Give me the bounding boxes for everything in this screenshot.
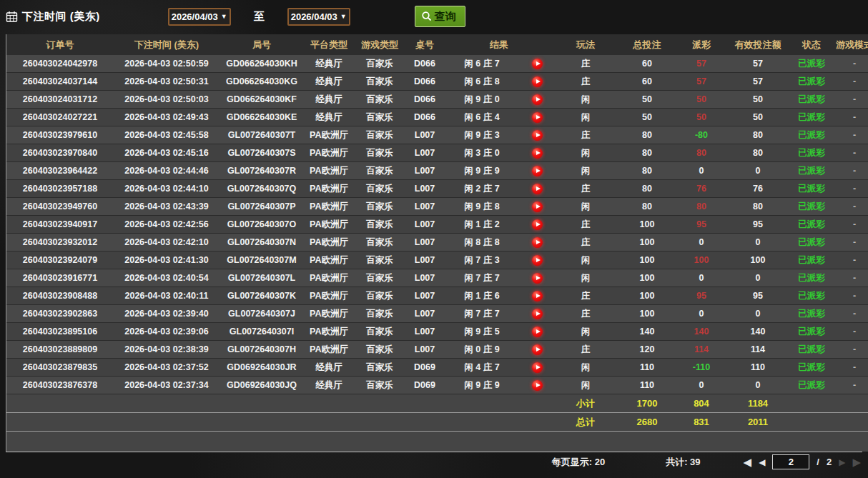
total-bet: 50	[617, 109, 677, 126]
date-to-select[interactable]: 2026/04/03 ▼	[287, 8, 350, 26]
date-from-select[interactable]: 2026/04/03 ▼	[168, 8, 231, 26]
subtotal-label: 小计	[554, 394, 617, 413]
table-row: 2604030239708402026-04-03 02:45:16GL0072…	[6, 144, 868, 162]
game-type: 百家乐	[354, 198, 405, 216]
platform-type: PA欧洲厅	[304, 287, 354, 305]
valid-bet: 50	[726, 109, 790, 126]
video-cell	[520, 377, 554, 394]
round-number: GL0072640307I	[220, 323, 304, 341]
result: 闲 7 庄 3	[444, 252, 520, 269]
valid-bet: 114	[726, 341, 790, 359]
play-circle-icon[interactable]	[532, 201, 543, 212]
table-row: 2604030238798352026-04-03 02:37:52GD0692…	[6, 359, 868, 377]
table-number: L007	[405, 323, 444, 341]
result: 闲 9 庄 8	[444, 198, 520, 216]
prev-page-button[interactable]: ◀	[759, 458, 765, 467]
round-number: GL0072640307H	[220, 341, 304, 359]
play-circle-icon[interactable]	[532, 130, 543, 141]
play-circle-icon[interactable]	[532, 309, 543, 319]
bet-time: 2026-04-03 02:44:46	[114, 162, 220, 180]
play-type: 庄	[554, 73, 617, 91]
last-page-button[interactable]: ▶	[852, 457, 861, 467]
play-circle-icon[interactable]	[532, 237, 543, 248]
filter-bar: 下注时间 (美东) 2026/04/03 ▼ 至 2026/04/03 ▼ 查询	[0, 0, 868, 33]
page-number-input[interactable]	[772, 454, 809, 469]
result: 闲 6 庄 8	[444, 73, 520, 91]
round-number: GL0072640307P	[220, 198, 304, 216]
play-circle-icon[interactable]	[532, 166, 543, 176]
video-cell	[520, 162, 554, 180]
play-circle-icon[interactable]	[532, 112, 543, 123]
payout: 76	[677, 180, 726, 198]
payout: 57	[677, 73, 726, 91]
play-circle-icon[interactable]	[532, 380, 543, 391]
search-button[interactable]: 查询	[415, 6, 465, 27]
game-mode: -	[833, 162, 868, 180]
video-cell	[520, 234, 554, 252]
status: 已派彩	[790, 287, 833, 305]
payout: 50	[677, 109, 726, 126]
platform-type: 经典厅	[304, 73, 354, 91]
status: 已派彩	[790, 359, 833, 377]
page-separator: /	[817, 457, 819, 467]
play-circle-icon[interactable]	[532, 76, 543, 87]
game-type: 百家乐	[354, 73, 405, 91]
play-type: 庄	[554, 216, 617, 234]
table-totals: 小计 1700 804 1184 总计 2680 831 2011	[6, 394, 868, 452]
valid-bet: 0	[726, 269, 790, 287]
grand-total-total-bet: 2680	[617, 413, 677, 432]
bet-time: 2026-04-03 02:45:16	[114, 144, 220, 162]
bet-time: 2026-04-03 02:42:56	[114, 216, 220, 234]
play-circle-icon[interactable]	[532, 327, 543, 337]
first-page-button[interactable]: ◀	[744, 457, 752, 467]
result: 闲 8 庄 8	[444, 234, 520, 252]
payout: 95	[677, 216, 726, 234]
result: 闲 6 庄 7	[444, 55, 520, 73]
play-circle-icon[interactable]	[532, 184, 543, 194]
play-circle-icon[interactable]	[532, 219, 543, 230]
play-circle-icon[interactable]	[532, 255, 543, 266]
game-mode: -	[833, 126, 868, 144]
round-number: GL0072640307M	[220, 252, 304, 269]
table-number: D069	[405, 359, 444, 377]
to-label: 至	[254, 10, 265, 24]
payout: 100	[677, 252, 726, 269]
table-row: 2604030239320122026-04-03 02:42:10GL0072…	[6, 234, 868, 252]
order-number: 260403024031712	[6, 91, 114, 109]
next-page-button[interactable]: ▶	[839, 458, 845, 467]
table-row: 2604030239028632026-04-03 02:39:40GL0072…	[6, 305, 868, 323]
play-circle-icon[interactable]	[532, 59, 543, 69]
play-circle-icon[interactable]	[532, 362, 543, 373]
game-type: 百家乐	[354, 91, 405, 109]
round-number: GL0072640307O	[220, 216, 304, 234]
result: 闲 2 庄 7	[444, 180, 520, 198]
round-number: GD066264030KG	[220, 73, 304, 91]
table-row: 2604030240371442026-04-03 02:50:31GD0662…	[6, 73, 868, 91]
play-circle-icon[interactable]	[532, 148, 543, 159]
table-row: 2604030240317122026-04-03 02:50:03GD0662…	[6, 91, 868, 109]
game-type: 百家乐	[354, 55, 405, 73]
payout: 95	[677, 287, 726, 305]
table-number: L007	[405, 341, 444, 359]
bet-time: 2026-04-03 02:39:06	[114, 323, 220, 341]
total-bet: 120	[617, 341, 677, 359]
round-number: GL0072640307S	[220, 144, 304, 162]
status: 已派彩	[790, 252, 833, 269]
result: 闲 4 庄 7	[444, 359, 520, 377]
game-mode: -	[833, 91, 868, 109]
video-cell	[520, 287, 554, 305]
status: 已派彩	[790, 180, 833, 198]
order-number: 260403023879835	[6, 359, 114, 377]
play-type: 庄	[554, 305, 617, 323]
game-mode: -	[833, 198, 868, 216]
platform-type: 经典厅	[304, 55, 354, 73]
play-circle-icon[interactable]	[532, 291, 543, 302]
game-type: 百家乐	[354, 359, 405, 377]
play-circle-icon[interactable]	[532, 273, 543, 284]
play-circle-icon[interactable]	[532, 344, 543, 355]
valid-bet: 95	[726, 216, 790, 234]
status: 已派彩	[790, 323, 833, 341]
game-type: 百家乐	[354, 287, 405, 305]
caret-down-icon: ▼	[221, 14, 227, 20]
play-circle-icon[interactable]	[532, 94, 543, 105]
